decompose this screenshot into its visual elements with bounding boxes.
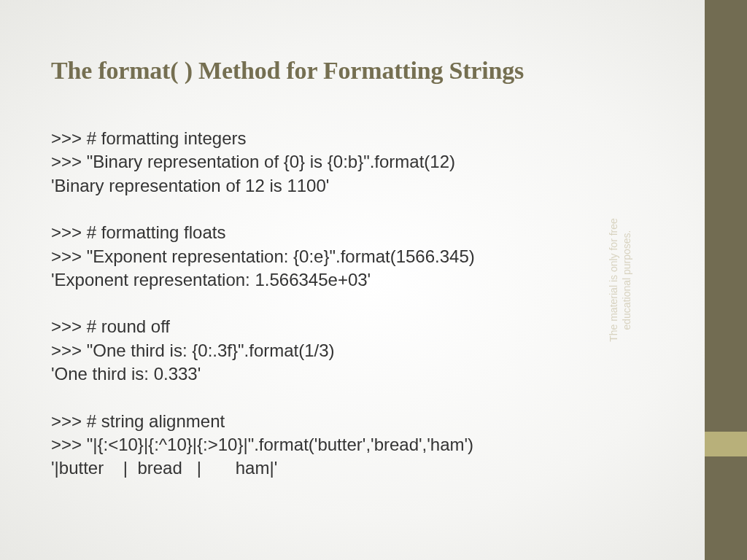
sidebar-caption-line1: The material is only for free: [608, 218, 619, 342]
slide-title: The format( ) Method for Formatting Stri…: [51, 57, 686, 85]
sidebar-top-stripe: [705, 0, 747, 432]
code-line: >>> # round off: [51, 315, 686, 338]
code-line: >>> # string alignment: [51, 410, 686, 433]
code-block: >>> # formatting integers >>> "Binary re…: [51, 127, 686, 481]
code-line: >>> "Binary representation of {0} is {0:…: [51, 150, 686, 174]
blank-line: [51, 198, 686, 221]
code-line: '|butter | bread | ham|': [51, 456, 686, 480]
sidebar-mid-stripe: [705, 432, 747, 456]
sidebar: The material is only for free educationa…: [705, 0, 747, 560]
code-line: 'Exponent representation: 1.566345e+03': [51, 268, 686, 292]
blank-line: [51, 386, 686, 410]
code-line: >>> "|{:<10}|{:^10}|{:>10}|".format('but…: [51, 433, 686, 456]
sidebar-caption-line2: educational purposes.: [621, 230, 632, 330]
code-line: >>> "Exponent representation: {0:e}".for…: [51, 245, 686, 268]
code-line: 'One third is: 0.333': [51, 362, 686, 386]
blank-line: [51, 292, 686, 315]
slide-content: The format( ) Method for Formatting Stri…: [51, 57, 686, 481]
sidebar-bottom-stripe: [705, 456, 747, 560]
code-line: >>> "One third is: {0:.3f}".format(1/3): [51, 339, 686, 362]
code-line: 'Binary representation of 12 is 1100': [51, 174, 686, 198]
code-line: >>> # formatting floats: [51, 221, 686, 244]
sidebar-caption: The material is only for free educationa…: [607, 163, 633, 397]
code-line: >>> # formatting integers: [51, 127, 686, 150]
